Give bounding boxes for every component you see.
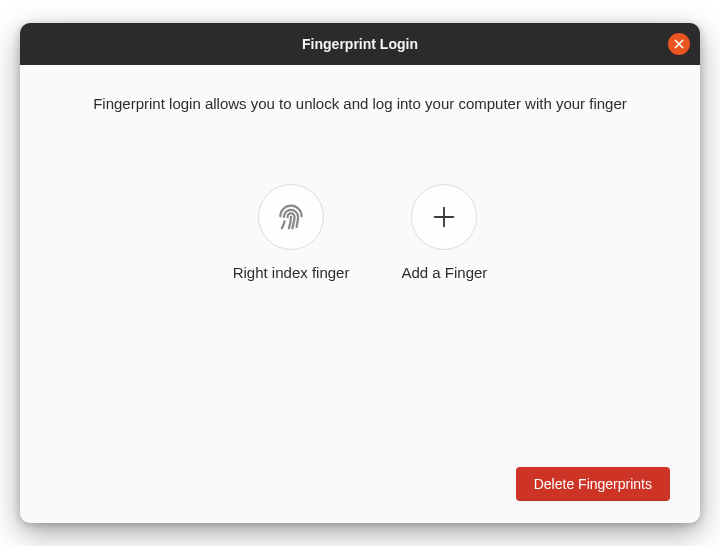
add-finger[interactable]: Add a Finger [401,184,487,281]
enrolled-finger-label: Right index finger [233,264,350,281]
footer: Delete Fingerprints [50,467,670,501]
delete-fingerprints-button[interactable]: Delete Fingerprints [516,467,670,501]
fingerprint-login-window: Fingerprint Login Fingerprint login allo… [20,23,700,523]
close-icon [674,37,684,52]
content-area: Fingerprint login allows you to unlock a… [20,65,700,523]
add-finger-label: Add a Finger [401,264,487,281]
titlebar: Fingerprint Login [20,23,700,65]
plus-icon [411,184,477,250]
close-button[interactable] [668,33,690,55]
window-title: Fingerprint Login [302,36,418,52]
fingers-list: Right index finger Add a Finger [50,184,670,281]
enrolled-finger[interactable]: Right index finger [233,184,350,281]
description-text: Fingerprint login allows you to unlock a… [50,93,670,114]
fingerprint-icon [258,184,324,250]
